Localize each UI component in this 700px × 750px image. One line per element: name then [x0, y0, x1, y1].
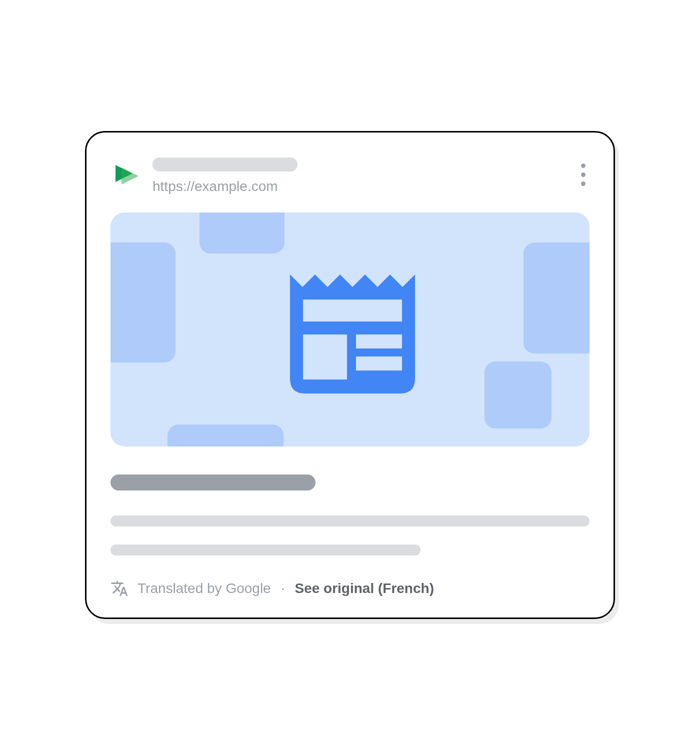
decorative-shape [524, 242, 590, 354]
header-text-block: https://example.com [152, 156, 565, 194]
result-snippet-line [110, 544, 420, 556]
decorative-shape [168, 424, 284, 446]
site-favicon-icon [110, 158, 140, 188]
news-article-icon [275, 254, 425, 404]
search-result-card: https://example.com [85, 131, 615, 619]
see-original-link[interactable]: See original (French) [294, 580, 434, 596]
translate-icon [110, 580, 128, 598]
translated-by-label: Translated by Google [138, 580, 271, 596]
separator: · [281, 580, 285, 596]
translation-footer: Translated by Google · See original (Fre… [110, 580, 590, 598]
svg-marker-1 [122, 168, 138, 184]
hero-image [110, 212, 590, 446]
svg-rect-5 [356, 356, 402, 370]
svg-rect-2 [303, 300, 402, 322]
decorative-shape [484, 362, 552, 428]
more-options-button[interactable] [577, 160, 590, 190]
site-title-placeholder [152, 158, 298, 172]
decorative-shape [110, 242, 176, 362]
site-url[interactable]: https://example.com [152, 178, 565, 194]
result-title-placeholder [110, 474, 316, 490]
card-header: https://example.com [110, 156, 590, 194]
svg-rect-3 [303, 334, 347, 380]
decorative-shape [200, 212, 284, 254]
result-snippet-line [110, 516, 590, 526]
svg-rect-4 [356, 334, 402, 348]
